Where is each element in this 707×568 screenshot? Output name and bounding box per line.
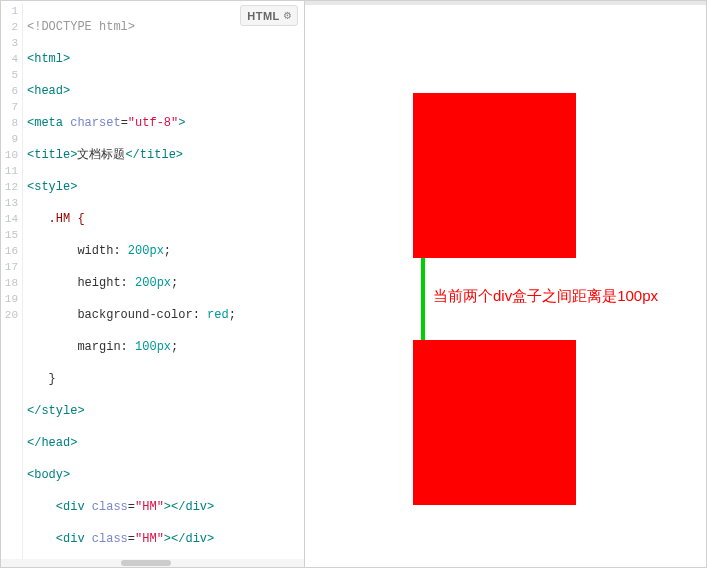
line-number: 8 [1, 115, 18, 131]
line-number: 7 [1, 99, 18, 115]
line-number: 3 [1, 35, 18, 51]
line-number: 2 [1, 19, 18, 35]
gap-indicator-line [421, 258, 425, 340]
line-number: 18 [1, 275, 18, 291]
preview-pane: 当前两个div盒子之间距离是100px [305, 1, 706, 567]
gap-annotation-text: 当前两个div盒子之间距离是100px [433, 287, 658, 306]
gear-icon[interactable]: ⚙ [284, 8, 291, 23]
preview-content: 当前两个div盒子之间距离是100px [305, 5, 706, 567]
editor[interactable]: 1 2 3 4 5 6 7 8 9 10 11 12 13 14 15 16 1… [1, 1, 304, 567]
editor-toolbar: HTML ⚙ [240, 5, 298, 26]
line-number: 4 [1, 51, 18, 67]
horizontal-scrollbar[interactable] [1, 559, 304, 567]
line-number: 19 [1, 291, 18, 307]
code-editor-pane: HTML ⚙ 1 2 3 4 5 6 7 8 9 10 11 12 13 14 … [1, 1, 305, 567]
line-number: 14 [1, 211, 18, 227]
language-label[interactable]: HTML [247, 10, 280, 22]
scrollbar-thumb[interactable] [121, 560, 171, 566]
app-window: HTML ⚙ 1 2 3 4 5 6 7 8 9 10 11 12 13 14 … [0, 0, 707, 568]
line-number: 10 [1, 147, 18, 163]
line-number: 9 [1, 131, 18, 147]
line-number: 15 [1, 227, 18, 243]
line-gutter: 1 2 3 4 5 6 7 8 9 10 11 12 13 14 15 16 1… [1, 3, 23, 567]
line-number: 12 [1, 179, 18, 195]
line-number: 17 [1, 259, 18, 275]
preview-box-2 [413, 340, 576, 505]
preview-box-1 [413, 93, 576, 258]
line-number: 6 [1, 83, 18, 99]
line-number: 16 [1, 243, 18, 259]
line-number: 11 [1, 163, 18, 179]
line-number: 5 [1, 67, 18, 83]
line-number: 13 [1, 195, 18, 211]
line-number: 20 [1, 307, 18, 323]
line-number: 1 [1, 3, 18, 19]
code-area[interactable]: <!DOCTYPE html> <html> <head> <meta char… [23, 3, 304, 567]
